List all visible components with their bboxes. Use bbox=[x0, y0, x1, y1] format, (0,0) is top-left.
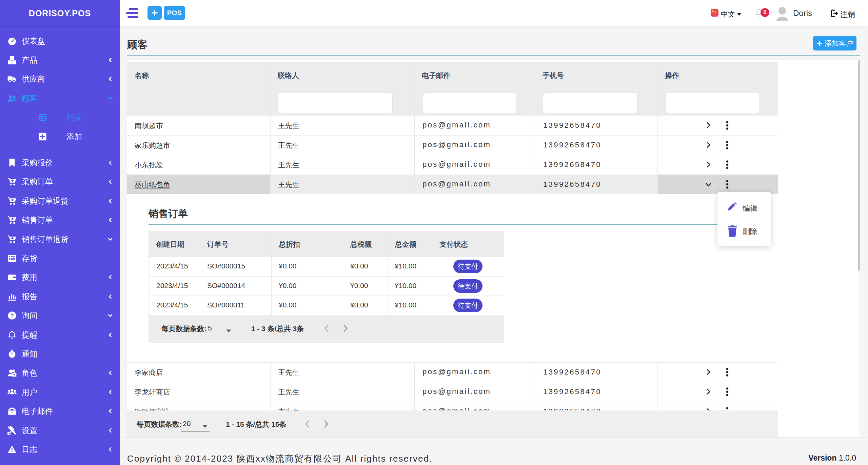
svg-text:?: ? bbox=[10, 312, 14, 319]
